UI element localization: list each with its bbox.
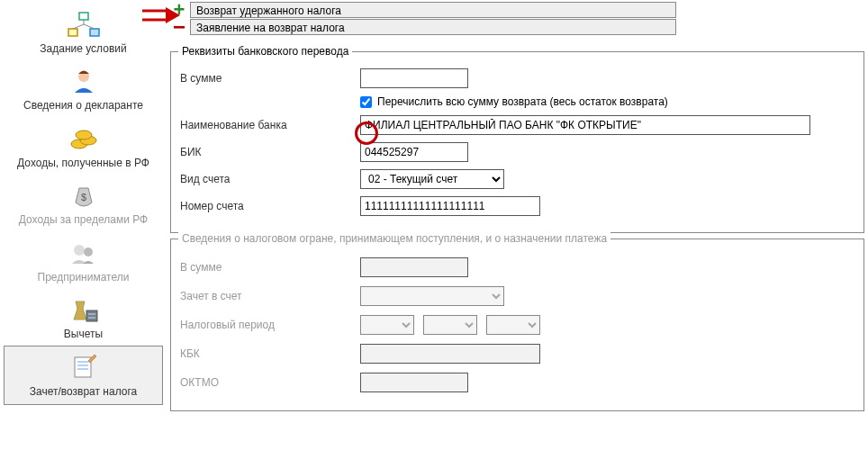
label-amount: В сумме	[180, 72, 360, 85]
select-account-type[interactable]: 02 - Текущий счет	[360, 169, 504, 189]
svg-point-15	[84, 248, 93, 256]
fieldset-legend: Реквизиты банковского перевода	[178, 45, 352, 58]
sidebar-item-deductions[interactable]: Вычеты	[0, 289, 167, 346]
people-icon	[67, 238, 101, 268]
label-tax-period: Налоговый период	[180, 319, 360, 331]
svg-rect-3	[79, 13, 88, 20]
label-account-type: Вид счета	[180, 173, 360, 185]
sidebar-item-label: Вычеты	[64, 328, 103, 340]
label-kbk: КБК	[180, 347, 360, 360]
sidebar-item-label: Предприниматели	[38, 271, 130, 284]
label-amount-2: В сумме	[180, 261, 360, 274]
fieldset-bank-details: Реквизиты банковского перевода В сумме П…	[170, 51, 864, 233]
select-period-2	[423, 315, 477, 335]
svg-point-12	[76, 130, 92, 140]
input-amount[interactable]	[360, 68, 468, 88]
sidebar-item-declarant[interactable]: Сведения о декларанте	[0, 60, 167, 117]
svg-rect-4	[68, 29, 77, 36]
label-oktmo: ОКТМО	[180, 376, 360, 389]
sidebar-item-label: Доходы, полученные в РФ	[17, 157, 149, 169]
input-bank-name[interactable]	[360, 115, 810, 135]
arrow-annotation	[140, 7, 180, 25]
select-period-3	[486, 315, 540, 335]
sidebar: Задание условий Сведения о декларанте До…	[0, 0, 167, 459]
list-row-2[interactable]: Заявление на возврат налога	[190, 19, 676, 35]
fieldset-legend-2: Сведения о налоговом огране, принимающем…	[178, 232, 610, 245]
flowchart-icon	[67, 9, 101, 40]
svg-point-14	[74, 245, 85, 256]
svg-rect-5	[90, 29, 99, 36]
label-account-number: Номер счета	[180, 200, 360, 212]
input-bik[interactable]	[360, 142, 468, 162]
sidebar-item-offset-refund[interactable]: Зачет/возврат налога	[4, 346, 163, 404]
input-oktmo	[360, 373, 468, 392]
label-transfer-all: Перечислить всю сумму возврата (весь ост…	[377, 95, 668, 108]
input-account-number[interactable]	[360, 196, 540, 216]
svg-text:$: $	[80, 192, 86, 202]
select-offset	[360, 286, 504, 306]
list-row-1[interactable]: Возврат удержанного налога	[190, 2, 676, 18]
svg-line-8	[84, 24, 95, 29]
sidebar-item-label: Доходы за пределами РФ	[19, 213, 148, 226]
sidebar-item-income-rf[interactable]: Доходы, полученные в РФ	[0, 118, 167, 175]
sidebar-item-label: Сведения о декларанте	[23, 99, 143, 112]
label-bik: БИК	[180, 146, 360, 158]
sidebar-item-label: Зачет/возврат налога	[30, 385, 137, 398]
sidebar-item-label: Задание условий	[40, 42, 126, 55]
sidebar-item-entrepreneurs[interactable]: Предприниматели	[0, 232, 167, 289]
sidebar-item-income-foreign[interactable]: $ Доходы за пределами РФ	[0, 175, 167, 231]
svg-marker-2	[166, 7, 180, 23]
document-pencil-icon	[67, 352, 101, 382]
input-amount-2	[360, 257, 468, 277]
person-icon	[67, 66, 101, 96]
main-panel: + Возврат удержанного налога − Заявление…	[167, 0, 868, 459]
label-offset: Зачет в счет	[180, 290, 360, 302]
label-bank-name: Наименование банка	[180, 119, 360, 131]
checkbox-transfer-all[interactable]	[360, 96, 372, 108]
input-kbk	[360, 344, 540, 364]
select-period-1	[360, 315, 414, 335]
svg-rect-16	[86, 310, 97, 321]
svg-line-7	[73, 24, 84, 29]
fieldset-tax-authority: Сведения о налоговом огране, принимающем…	[170, 238, 864, 411]
vase-calc-icon	[67, 294, 101, 325]
coins-icon	[67, 123, 101, 154]
moneybag-icon: $	[67, 180, 101, 211]
